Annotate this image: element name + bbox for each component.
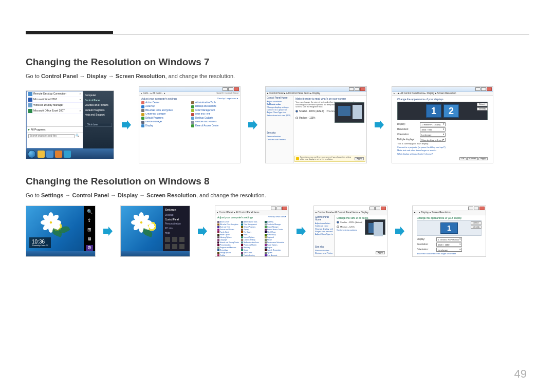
search-icon: 🔍	[76, 134, 79, 138]
monitor-1-icon: 1	[440, 222, 458, 234]
identify-button: Identify	[477, 107, 488, 110]
settings-item: Personalization	[165, 222, 188, 227]
section-instruction: Go to Control Panel → Display → Screen R…	[26, 73, 529, 79]
cp-item: Devices and Printers	[217, 229, 239, 231]
cp-item: Device Manager	[265, 226, 286, 228]
ok-button: OK	[459, 157, 467, 160]
arrow-icon	[373, 119, 385, 131]
sidebar-item: Project to a second screen	[315, 231, 333, 233]
cp-item: Network and Sharing Center	[217, 241, 239, 244]
keyboard-icon	[179, 244, 184, 249]
settings-pane: Settings Desktop Control Panel Personali…	[163, 206, 190, 251]
manual-page: Changing the Resolution on Windows 7 Go …	[0, 0, 555, 392]
resolution-dropdown: 1600 × 900	[420, 127, 446, 132]
cp-item: Folder Options	[217, 234, 239, 236]
current-display-text: This is currently your main display.	[397, 143, 488, 145]
cp-item: Administrative Tools	[241, 221, 263, 223]
search-input[interactable]	[28, 134, 75, 138]
start-right-item: Help and Support	[85, 113, 112, 118]
apply-button: Apply	[478, 157, 488, 160]
settings-item: Control Panel	[165, 218, 188, 222]
sidebar-item: Adjust resolution	[267, 101, 292, 103]
radio-label: Medium - 125%	[299, 117, 316, 119]
cp-item: Language	[217, 239, 239, 241]
cp-item: Sync Center	[241, 252, 263, 254]
cp-item: Indexing Options	[217, 236, 239, 238]
cp-item: Credential Manager	[265, 223, 286, 226]
display-dropdown: 1. Mobile PC Display	[420, 122, 446, 126]
start-item: Microsoft Word 2010	[33, 98, 57, 101]
breadcrumb: ▸ ... ▸ All Control Panel Items ▸ Displa…	[392, 92, 493, 96]
start-item: Microsoft Office Excel 2007	[33, 109, 65, 113]
preview-monitor-icon	[365, 219, 385, 235]
cp-item: Action Center	[141, 101, 188, 104]
header-rule	[26, 34, 529, 34]
sidebar-item: Calibrate color	[315, 225, 333, 227]
apply-button: Apply	[376, 251, 385, 254]
link: Make text and other items larger or smal…	[417, 253, 482, 255]
wallpaper-flower-icon	[132, 213, 151, 232]
link: What display settings should I choose?	[397, 153, 488, 155]
cp-item: Troubleshooting	[241, 254, 263, 256]
screenshot-control-panel: ▸ Cont... ▸ All Contr... ▸ Search Contro…	[139, 86, 240, 163]
instr-suffix: , and change the resolution.	[196, 192, 266, 198]
section-win8: Changing the Resolution on Windows 8 Go …	[26, 176, 529, 257]
screenshot-settings-pane: Settings Desktop Control Panel Personali…	[120, 206, 190, 257]
time-overlay: 10:36Thursday June 27	[29, 237, 51, 248]
multi-dropdown: Show desktop only on 1	[420, 138, 446, 142]
time: 10:36	[32, 239, 48, 245]
wallpaper-flower-icon	[42, 213, 60, 232]
cp-item: System	[265, 252, 286, 254]
taskbar-icon	[55, 151, 62, 158]
cp-item: Taskbar	[217, 254, 239, 256]
link: What display settings should I choose?	[417, 256, 482, 257]
radio-label: Smaller - 100% (default)	[299, 109, 324, 112]
cp-item: Default Programs	[241, 226, 263, 228]
resolution-title: Change the appearance of your displays	[397, 98, 488, 101]
field-label: Orientation:	[397, 134, 418, 136]
screenshot-start-menu: Remote Desktop Connection▸ Microsoft Wor…	[26, 90, 114, 159]
brightness-icon	[179, 237, 184, 242]
cp-item: HomeGroup	[265, 234, 286, 236]
power-icon	[172, 244, 177, 249]
view-by: View by: Large icons ▾	[217, 98, 238, 102]
taskbar-icon	[46, 151, 53, 158]
screenshot-control-panel: ▸ Control Panel ▸ All Control Panel Item…	[215, 206, 289, 257]
see-also-link: Devices and Printers	[315, 252, 333, 254]
display-dropdown: 1. Generic PnP Monitor	[436, 237, 462, 241]
section-win7: Changing the Resolution on Windows 7 Go …	[26, 57, 529, 163]
preview-label: Preview	[327, 109, 335, 112]
screenshot-charms: 🔍 ⇪ ⊞ 🖥 ⚙ 10:36Thursday June 27	[26, 206, 96, 257]
screenshot-screen-resolution: ▸ ... ▸ Display ▸ Screen Resolution Chan…	[412, 206, 486, 257]
see-also-link: Personalization	[315, 250, 333, 252]
volume-icon	[172, 237, 177, 242]
display-title: Make it easier to read what's on your sc…	[295, 98, 364, 101]
cp-item: Region	[265, 247, 286, 249]
screenshot-screen-resolution: ▸ ... ▸ All Control Panel Items ▸ Displa…	[392, 86, 493, 163]
cp-item: Fonts	[241, 234, 263, 236]
sidebar-item: Connect to a projector	[267, 109, 292, 111]
view-by: View by: Small icons ▾	[268, 216, 286, 220]
charms-bar: 🔍 ⇪ ⊞ 🖥 ⚙	[84, 206, 95, 251]
start-icon: ⊞	[86, 227, 93, 233]
see-also: See also	[267, 132, 292, 135]
sidebar-item: Change display settings	[267, 106, 292, 108]
cp-item: Action Center	[217, 221, 239, 223]
cp-item: Devices and Printers	[191, 121, 238, 124]
arrow-icon	[196, 225, 209, 237]
warning-text: Some items may not fit on your screen if…	[300, 157, 354, 161]
field-label: Orientation:	[417, 249, 434, 251]
cancel-button: Cancel	[467, 157, 477, 160]
sidebar-heading: Control Panel Home	[315, 216, 333, 221]
settings-item: Help	[165, 231, 188, 236]
field-label: Resolution:	[397, 128, 418, 131]
date: Thursday June 27	[32, 245, 48, 247]
cp-item: AutoPlay	[265, 221, 286, 223]
cp-item: BitLocker Drive Encryption	[141, 109, 188, 112]
cp-item: BitLocker Drive Encryption	[217, 223, 239, 226]
arrow-icon	[247, 119, 259, 131]
share-icon: ⇪	[86, 218, 93, 225]
arrow-icon	[120, 119, 133, 131]
cp-item: Storage Spaces	[217, 252, 239, 254]
arrow-icon	[394, 225, 406, 237]
